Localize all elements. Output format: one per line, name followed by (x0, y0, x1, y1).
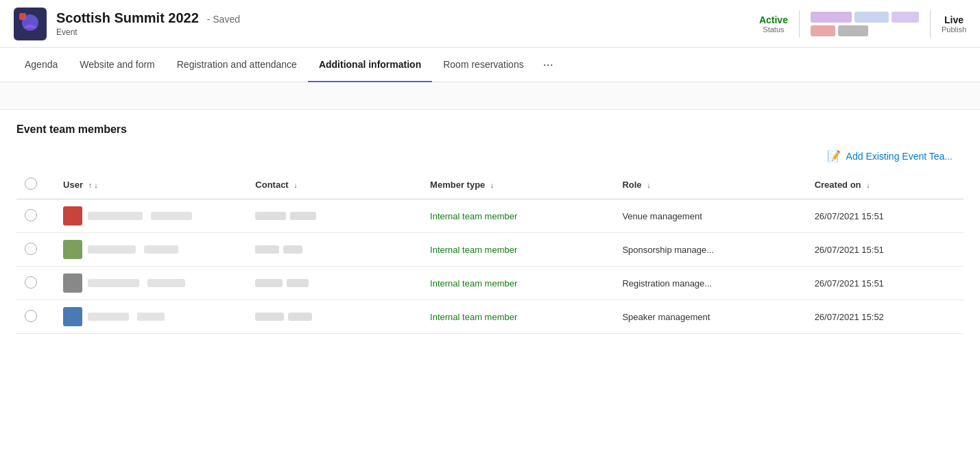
add-icon: 📝 (827, 149, 841, 162)
row-checkbox-2[interactable] (25, 276, 37, 289)
status-block: Active Status (759, 14, 788, 34)
avatar-1 (811, 12, 852, 23)
team-members-table: User ↑ ↓ Contact ↓ Member type ↓ Role ↓ … (16, 171, 964, 334)
user-name-0 (88, 212, 143, 220)
row-checkbox-1[interactable] (25, 243, 37, 255)
col-label-contact: Contact (255, 180, 288, 190)
tab-agenda[interactable]: Agenda (14, 48, 69, 82)
nav-tabs: Agenda Website and form Registration and… (0, 48, 980, 82)
saved-indicator: - Saved (207, 14, 240, 25)
contact-sort-icon[interactable]: ↓ (294, 181, 298, 189)
user-avatar-2 (63, 273, 82, 293)
created-on-0: 26/07/2021 15:51 (815, 211, 884, 221)
table-row[interactable]: Internal team memberSpeaker management26… (16, 300, 964, 334)
avatar-cluster (811, 12, 919, 36)
contact-cell-2 (255, 279, 414, 287)
role-0: Venue management (622, 211, 702, 221)
created-on-1: 26/07/2021 15:51 (815, 245, 884, 255)
avatar-4 (811, 25, 835, 36)
role-2: Registration manage... (622, 278, 712, 289)
tab-website-form[interactable]: Website and form (69, 48, 165, 82)
publish-label: Publish (942, 25, 966, 34)
main-content: Event team members 📝 Add Existing Event … (0, 110, 980, 348)
avatar-2 (854, 12, 889, 23)
app-logo (14, 8, 47, 40)
user-name2-2 (147, 279, 185, 287)
contact-part1-0 (255, 212, 286, 220)
add-button-label: Add Existing Event Tea... (846, 151, 953, 162)
row-checkbox-0[interactable] (25, 209, 37, 221)
user-cell-0 (63, 206, 239, 226)
col-label-user: User (63, 180, 83, 190)
member-type-1: Internal team member (430, 245, 517, 255)
contact-part2-1 (283, 245, 302, 254)
secondary-toolbar (0, 82, 980, 110)
nav-more-button[interactable]: ··· (535, 48, 562, 82)
user-name-3 (88, 313, 129, 321)
col-header-member-type[interactable]: Member type ↓ (422, 171, 614, 199)
contact-cell-1 (255, 245, 414, 254)
avatar-3 (892, 12, 919, 23)
table-row[interactable]: Internal team memberVenue management26/0… (16, 199, 964, 233)
contact-part1-2 (255, 279, 283, 287)
created-on-3: 26/07/2021 15:52 (815, 312, 884, 322)
col-label-created-on: Created on (815, 180, 861, 190)
user-avatar-3 (63, 307, 82, 326)
contact-part2-0 (290, 212, 316, 220)
user-avatar-0 (63, 206, 82, 226)
add-existing-event-team-button[interactable]: 📝 Add Existing Event Tea... (822, 147, 958, 165)
row-checkbox-3[interactable] (25, 310, 37, 322)
member-type-2: Internal team member (430, 278, 517, 289)
select-all-checkbox[interactable] (25, 178, 37, 190)
contact-cell-3 (255, 313, 414, 321)
col-label-role: Role (622, 180, 641, 190)
created-on-2: 26/07/2021 15:51 (815, 278, 884, 289)
col-header-user[interactable]: User ↑ ↓ (55, 171, 247, 199)
status-value: Active (759, 14, 788, 25)
header-right: Active Status Live Publish (759, 10, 966, 38)
contact-part1-3 (255, 313, 284, 321)
svg-rect-2 (19, 13, 26, 20)
header-divider (799, 10, 800, 38)
contact-part2-3 (288, 313, 312, 321)
col-header-role[interactable]: Role ↓ (614, 171, 806, 199)
event-title: Scottish Summit 2022 (56, 10, 199, 25)
contact-part2-2 (287, 279, 309, 287)
member-type-sort-icon[interactable]: ↓ (490, 181, 494, 189)
header-title-block: Scottish Summit 2022 - Saved Event (56, 10, 759, 37)
role-sort-icon[interactable]: ↓ (647, 181, 651, 189)
user-cell-1 (63, 240, 239, 259)
app-header: Scottish Summit 2022 - Saved Event Activ… (0, 0, 980, 48)
user-sort-icon[interactable]: ↑ ↓ (88, 181, 98, 189)
add-button-row: 📝 Add Existing Event Tea... (16, 147, 964, 165)
created-sort-icon[interactable]: ↓ (866, 181, 870, 189)
section-title: Event team members (16, 123, 964, 136)
member-type-0: Internal team member (430, 211, 517, 221)
tab-additional-information[interactable]: Additional information (308, 48, 432, 82)
user-avatar-1 (63, 240, 82, 259)
role-3: Speaker management (622, 312, 710, 322)
col-label-member-type: Member type (430, 180, 485, 190)
contact-part1-1 (255, 245, 279, 254)
table-header-row: User ↑ ↓ Contact ↓ Member type ↓ Role ↓ … (16, 171, 964, 199)
table-row[interactable]: Internal team memberRegistration manage.… (16, 267, 964, 300)
col-header-created-on[interactable]: Created on ↓ (806, 171, 964, 199)
user-name2-0 (151, 212, 192, 220)
user-name-2 (88, 279, 139, 287)
user-cell-2 (63, 273, 239, 293)
col-header-contact[interactable]: Contact ↓ (247, 171, 422, 199)
publish-block[interactable]: Live Publish (942, 14, 966, 34)
status-label: Status (759, 25, 788, 34)
tab-registration[interactable]: Registration and attendance (166, 48, 308, 82)
user-name2-3 (137, 313, 165, 321)
avatar-5 (838, 25, 868, 36)
user-name-1 (88, 245, 136, 254)
contact-cell-0 (255, 212, 414, 220)
member-type-3: Internal team member (430, 312, 517, 322)
col-header-checkbox[interactable] (16, 171, 55, 199)
tab-room-reservations[interactable]: Room reservations (432, 48, 535, 82)
publish-value: Live (942, 14, 966, 25)
role-1: Sponsorship manage... (622, 245, 714, 255)
user-name2-1 (144, 245, 178, 254)
table-row[interactable]: Internal team memberSponsorship manage..… (16, 233, 964, 267)
